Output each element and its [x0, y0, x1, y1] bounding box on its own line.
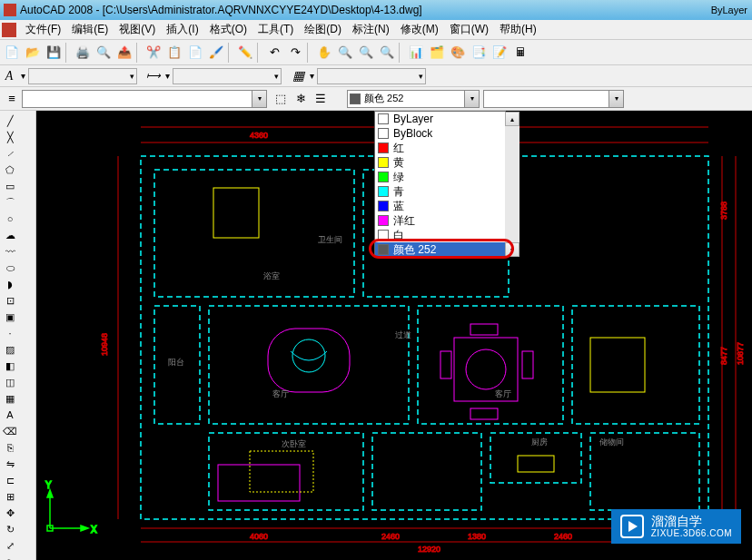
- spline-tool[interactable]: 〰: [3, 244, 18, 260]
- copy-button[interactable]: 📋: [164, 43, 184, 63]
- array-tool[interactable]: ⊞: [3, 489, 18, 505]
- mirror-tool[interactable]: ⇋: [3, 457, 18, 472]
- menu-draw[interactable]: 绘图(D): [299, 20, 347, 39]
- dimstyle-drop[interactable]: ▾: [163, 71, 173, 81]
- print-button[interactable]: 🖨️: [73, 43, 93, 63]
- undo-button[interactable]: ↶: [264, 43, 284, 63]
- layer-tool2[interactable]: ❄: [291, 89, 311, 109]
- color-option[interactable]: 红: [375, 141, 505, 155]
- tool-palette-button[interactable]: 🎨: [448, 43, 468, 63]
- erase-tool[interactable]: ⌫: [3, 424, 18, 439]
- preview-button[interactable]: 🔍: [94, 43, 114, 63]
- copy-tool[interactable]: ⎘: [3, 440, 18, 456]
- scroll-up-icon[interactable]: ▴: [505, 112, 519, 126]
- zoom-win-button[interactable]: 🔍: [356, 43, 376, 63]
- open-button[interactable]: 📂: [23, 43, 43, 63]
- table-tool[interactable]: ▦: [3, 391, 18, 407]
- xline-tool[interactable]: ╳: [3, 130, 18, 145]
- offset-tool[interactable]: ⊏: [3, 473, 18, 488]
- dc-button[interactable]: 🗂️: [427, 43, 447, 63]
- ellipse-tool[interactable]: ⬭: [3, 260, 18, 276]
- new-button[interactable]: 📄: [2, 43, 22, 63]
- pan-button[interactable]: ✋: [314, 43, 334, 63]
- separator: [228, 43, 233, 63]
- pline-tool[interactable]: ⟋: [3, 146, 18, 162]
- ellipsearc-tool[interactable]: ◗: [3, 277, 18, 292]
- region-tool[interactable]: ◫: [3, 375, 18, 390]
- menu-insert[interactable]: 插入(I): [161, 20, 203, 39]
- dimstyle-icon: ⟼: [144, 67, 163, 85]
- color-option[interactable]: 蓝: [375, 199, 505, 213]
- zoom-rt-button[interactable]: 🔍: [335, 43, 355, 63]
- publish-button[interactable]: 📤: [114, 43, 134, 63]
- color-option[interactable]: 颜色 252: [375, 242, 505, 257]
- polygon-tool[interactable]: ⬠: [3, 162, 18, 178]
- textstyle-icon: A: [0, 67, 18, 85]
- color-option[interactable]: 洋红: [375, 213, 505, 228]
- drawing-canvas[interactable]: 4360 4060 2460 1380 2460 12920 10948 378…: [36, 111, 752, 560]
- menu-view[interactable]: 视图(V): [114, 20, 161, 39]
- color-dropdown[interactable]: 颜色 252 ▾: [347, 90, 480, 108]
- gradient-tool[interactable]: ◧: [3, 359, 18, 374]
- menu-edit[interactable]: 编辑(E): [66, 20, 114, 39]
- dropdown-scrollbar[interactable]: ▴ ▾: [505, 112, 519, 257]
- arc-tool[interactable]: ⌒: [3, 195, 18, 211]
- dimstyle-picker[interactable]: ▾: [173, 68, 282, 84]
- color-swatch: [378, 244, 389, 255]
- layerprops-button[interactable]: ≡: [2, 89, 22, 109]
- svg-rect-39: [213, 188, 259, 238]
- hatch-tool[interactable]: ▨: [3, 342, 18, 358]
- color-option[interactable]: 绿: [375, 170, 505, 184]
- rect-tool[interactable]: ▭: [3, 179, 18, 194]
- match-button[interactable]: 🖌️: [206, 43, 226, 63]
- tablestyle-picker[interactable]: ▾: [317, 68, 426, 84]
- insert-tool[interactable]: ⊡: [3, 293, 18, 309]
- props-button[interactable]: 📊: [406, 43, 426, 63]
- textstyle-picker[interactable]: ▾: [28, 68, 137, 84]
- mtext-tool[interactable]: A: [3, 408, 18, 423]
- color-option[interactable]: ByBlock: [375, 126, 505, 141]
- layer-tool1[interactable]: ⬚: [271, 89, 291, 109]
- brush-button[interactable]: ✏️: [235, 43, 255, 63]
- linetype-dropdown[interactable]: ▾: [483, 90, 624, 108]
- color-option[interactable]: 白: [375, 228, 505, 242]
- layer-tool3[interactable]: ☰: [311, 89, 331, 109]
- scale-tool[interactable]: ⤢: [3, 538, 18, 554]
- menu-app-icon[interactable]: [2, 23, 16, 37]
- circle-tool[interactable]: ○: [3, 211, 18, 227]
- color-option-label: 颜色 252: [393, 242, 436, 258]
- color-dropdown-popup[interactable]: ▴ ▾ ByLayerByBlock红黄绿青蓝洋红白颜色 252: [374, 111, 506, 258]
- redo-button[interactable]: ↷: [285, 43, 305, 63]
- tablestyle-drop[interactable]: ▾: [307, 71, 317, 81]
- menu-dimension[interactable]: 标注(N): [347, 20, 395, 39]
- textstyle-drop[interactable]: ▾: [18, 71, 28, 81]
- menu-format[interactable]: 格式(O): [204, 20, 252, 39]
- rotate-tool[interactable]: ↻: [3, 522, 18, 537]
- color-option[interactable]: 黄: [375, 155, 505, 170]
- sheet-button[interactable]: 📑: [469, 43, 489, 63]
- calc-button[interactable]: 🖩: [510, 43, 530, 63]
- menu-file[interactable]: 文件(F): [20, 20, 66, 39]
- block-tool[interactable]: ▣: [3, 309, 18, 325]
- svg-text:2460: 2460: [381, 532, 400, 541]
- revcloud-tool[interactable]: ☁: [3, 228, 18, 243]
- color-option[interactable]: ByLayer: [375, 112, 505, 126]
- markup-button[interactable]: 📝: [490, 43, 510, 63]
- menu-modify[interactable]: 修改(M): [395, 20, 444, 39]
- cut-button[interactable]: ✂️: [143, 43, 163, 63]
- stretch-tool[interactable]: ⤡: [3, 555, 18, 561]
- svg-point-31: [466, 349, 506, 389]
- menu-window[interactable]: 窗口(W): [444, 20, 494, 39]
- menu-help[interactable]: 帮助(H): [494, 20, 542, 39]
- point-tool[interactable]: ·: [3, 326, 18, 341]
- line-tool[interactable]: ╱: [3, 113, 18, 129]
- zoom-prev-button[interactable]: 🔍: [377, 43, 397, 63]
- paste-button[interactable]: 📄: [185, 43, 205, 63]
- save-button[interactable]: 💾: [44, 43, 64, 63]
- move-tool[interactable]: ✥: [3, 506, 18, 521]
- layer-dropdown[interactable]: ▾: [22, 90, 267, 108]
- svg-text:10877: 10877: [736, 342, 745, 365]
- color-option[interactable]: 青: [375, 184, 505, 199]
- scroll-down-icon[interactable]: ▾: [505, 242, 519, 257]
- menu-tools[interactable]: 工具(T): [252, 20, 299, 39]
